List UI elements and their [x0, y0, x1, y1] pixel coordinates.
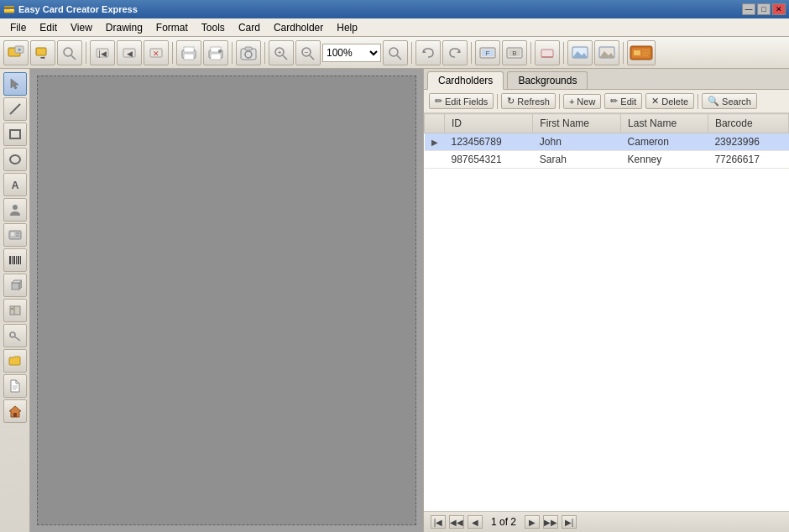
- key-tool[interactable]: [3, 324, 27, 347]
- new-card-button[interactable]: +: [3, 40, 29, 65]
- text-tool[interactable]: A: [3, 173, 27, 196]
- menu-edit[interactable]: Edit: [33, 20, 64, 35]
- svg-rect-79: [13, 413, 17, 417]
- ellipse-tool[interactable]: [3, 148, 27, 171]
- tab-backgrounds[interactable]: Backgrounds: [507, 71, 588, 89]
- svg-text:+: +: [278, 49, 282, 56]
- sep2: [172, 42, 173, 64]
- zoom-in-button[interactable]: +: [269, 40, 294, 65]
- edit-fields-button[interactable]: ✏ Edit Fields: [429, 93, 494, 109]
- svg-rect-39: [541, 50, 553, 57]
- last-page-button[interactable]: ▶|: [562, 515, 577, 529]
- print-setup-button[interactable]: [203, 40, 228, 65]
- menu-help[interactable]: Help: [330, 20, 364, 35]
- pagination-bar: |◀ ◀◀ ◀ 1 of 2 ▶ ▶▶ ▶|: [424, 511, 789, 532]
- new-label: New: [577, 96, 595, 107]
- folder-tool[interactable]: [3, 349, 27, 373]
- tab-cardholders[interactable]: Cardholders: [427, 71, 504, 90]
- menu-file[interactable]: File: [3, 20, 33, 35]
- svg-rect-63: [16, 256, 17, 264]
- redo-button[interactable]: [442, 40, 468, 65]
- edit-cardholder-button[interactable]: ✏ Edit: [604, 93, 642, 109]
- col-lastname[interactable]: Last Name: [621, 114, 708, 133]
- new-cardholder-button[interactable]: + New: [563, 94, 601, 109]
- sep3: [232, 42, 233, 64]
- table-row[interactable]: 987654321 Sarah Kenney 77266617: [425, 151, 789, 169]
- delete-icon: ✕: [651, 96, 659, 107]
- prev-10-button[interactable]: ◀◀: [449, 515, 464, 529]
- barcode-tool[interactable]: [3, 248, 27, 272]
- print-button[interactable]: [176, 40, 201, 65]
- sep1: [86, 42, 86, 64]
- box3d-tool[interactable]: [3, 274, 27, 297]
- id-card-tool[interactable]: [3, 223, 27, 247]
- zoom-out-button[interactable]: −: [295, 40, 321, 65]
- panel-tabs: Cardholders Backgrounds: [424, 69, 789, 90]
- camera-button[interactable]: [236, 40, 261, 65]
- title-bar-left: 💳 Easy Card Creator Express: [3, 4, 138, 15]
- svg-text:➡: ➡: [40, 55, 45, 60]
- svg-text:B: B: [512, 50, 516, 57]
- svg-rect-14: [184, 54, 194, 60]
- data-table-container: ID First Name Last Name Barcode ▶ 123456…: [424, 113, 789, 511]
- house-tool[interactable]: [3, 399, 27, 423]
- table-row[interactable]: ▶ 123456789 John Cameron 23923996: [425, 133, 789, 151]
- card-canvas[interactable]: [37, 76, 416, 525]
- menu-format[interactable]: Format: [149, 20, 195, 35]
- zoom-selector[interactable]: 100% 75% 50% 150% 200%: [322, 44, 381, 62]
- row-firstname: John: [533, 133, 621, 151]
- search-small-button[interactable]: [57, 40, 82, 65]
- maximize-button[interactable]: □: [757, 3, 771, 15]
- sep7: [530, 42, 531, 64]
- delete-cardholder-button[interactable]: ✕ Delete: [645, 93, 694, 109]
- zoom-tool-button[interactable]: [383, 40, 408, 65]
- search-label: Search: [722, 96, 751, 107]
- doc-tool[interactable]: [3, 374, 27, 398]
- menu-view[interactable]: View: [64, 20, 99, 35]
- menu-card[interactable]: Card: [232, 20, 267, 35]
- svg-rect-47: [634, 50, 640, 55]
- svg-rect-65: [20, 256, 21, 264]
- prev-record-button[interactable]: ◀: [117, 40, 142, 65]
- import-button[interactable]: ➡: [30, 40, 55, 65]
- capture-front-button[interactable]: F: [475, 40, 500, 65]
- first-page-button[interactable]: |◀: [431, 515, 446, 529]
- menu-tools[interactable]: Tools: [195, 20, 232, 35]
- next-page-button[interactable]: ▶: [525, 515, 540, 529]
- rectangle-tool[interactable]: [3, 123, 27, 146]
- first-record-button[interactable]: |◀: [90, 40, 115, 65]
- sep6: [471, 42, 472, 64]
- undo-button[interactable]: [415, 40, 441, 65]
- prev-page-button[interactable]: ◀: [468, 515, 483, 529]
- refresh-button[interactable]: ↻ Refresh: [501, 93, 556, 109]
- book-tool[interactable]: [3, 299, 27, 322]
- erase-button[interactable]: [535, 40, 560, 65]
- canvas-area: [30, 69, 423, 532]
- menu-cardholder[interactable]: Cardholder: [267, 20, 330, 35]
- next-10-button[interactable]: ▶▶: [543, 515, 558, 529]
- minimize-button[interactable]: —: [742, 3, 755, 15]
- capture-back-button[interactable]: B: [502, 40, 527, 65]
- svg-text:◀: ◀: [127, 50, 133, 58]
- delete-record-button[interactable]: ✕: [144, 40, 169, 65]
- col-barcode[interactable]: Barcode: [708, 114, 788, 133]
- import-back-button[interactable]: [594, 40, 619, 65]
- svg-line-6: [71, 55, 76, 60]
- close-button[interactable]: ✕: [772, 3, 786, 15]
- col-id[interactable]: ID: [445, 114, 533, 133]
- edit-icon: ✏: [610, 96, 618, 107]
- app-title: Easy Card Creator Express: [18, 4, 138, 14]
- line-tool[interactable]: [3, 97, 27, 121]
- pointer-tool[interactable]: [3, 72, 27, 96]
- svg-rect-60: [9, 256, 11, 264]
- search-cardholder-button[interactable]: 🔍 Search: [702, 93, 757, 109]
- person-tool[interactable]: [3, 198, 27, 222]
- col-firstname[interactable]: First Name: [533, 114, 621, 133]
- svg-line-27: [310, 55, 314, 60]
- title-bar-controls: — □ ✕: [742, 3, 786, 15]
- id-card-button[interactable]: [627, 40, 656, 65]
- menu-drawing[interactable]: Drawing: [99, 20, 149, 35]
- svg-rect-61: [12, 256, 13, 264]
- pt-sep3: [698, 94, 698, 109]
- import-front-button[interactable]: [567, 40, 593, 65]
